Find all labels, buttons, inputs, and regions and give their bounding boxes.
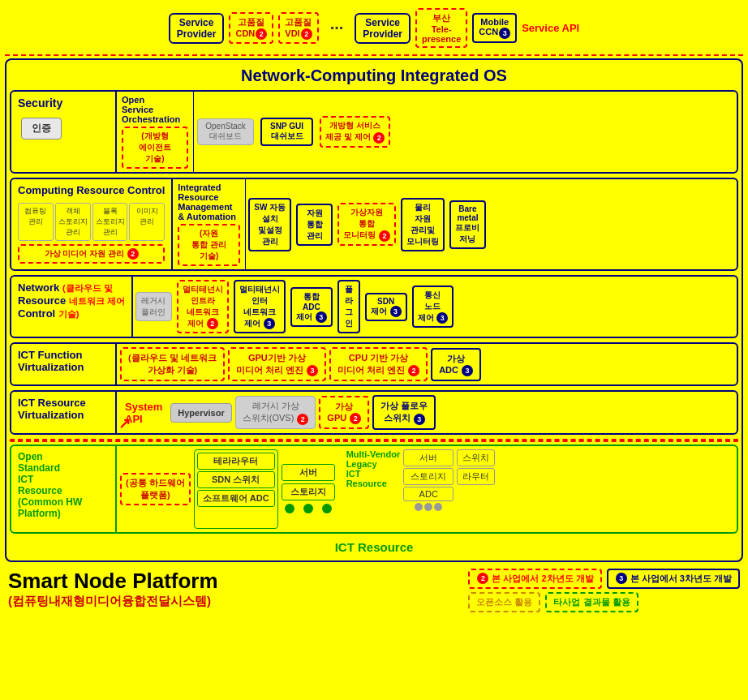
platform-titles: Smart Node Platform (컴퓨팅내재형미디어융합전달시스템) [8, 569, 218, 609]
red-dashed-border [10, 439, 738, 442]
resource-mgmt-tech: (자원통합 관리기술) [178, 224, 240, 266]
circle-2-vgpu: 2 [350, 413, 361, 424]
circle-2-security: 2 [373, 132, 385, 144]
top-row: Service Provider 고품질 CDN2 고품질 VDI2 ··· S… [5, 5, 743, 51]
mv-server: 서버 [403, 449, 454, 466]
legacy-plugin: 레거시플러인 [135, 292, 172, 321]
bare-metal-area: Baremetal프로비저닝 [447, 179, 488, 269]
legend-year2: 2 본 사업에서 2차년도 개발 [468, 569, 601, 589]
sdn-control: SDN제어 3 [365, 293, 407, 321]
service-provider-1: Service Provider [169, 13, 225, 44]
circle-3-telecom: 3 [436, 312, 448, 324]
block-storage-mgmt: 블록스토리지관리 [92, 203, 128, 241]
open-standard-section: OpenStandardICTResource(Common HWPlatfor… [10, 444, 738, 534]
common-hw-area: (공통 하드웨어플랫폼) [120, 449, 191, 529]
open-service-provision: 개방형 서비스제공 및 제어 2 [320, 116, 390, 147]
open-standard-label: OpenStandardICTResource(Common HWPlatfor… [11, 446, 117, 532]
multi-infra: 멀티테넌시인트라네트워크제어 2 [177, 280, 229, 333]
telecom-node: 통신노드제어 3 [412, 286, 454, 328]
terarouter: 테라라우터 [197, 453, 275, 470]
multi-vendor-label: Multi-VendorLegacyICTResource [346, 449, 401, 488]
openstack-area: OpenStack대쉬보드 [194, 92, 257, 172]
hw-grid: 테라라우터 SDN 스위치 소프트웨어 ADC [194, 449, 278, 529]
green-circle-2 [303, 504, 313, 513]
green-circle-1 [285, 504, 294, 513]
circle-2-cpu: 2 [408, 365, 419, 376]
circle-num-ccn: 3 [499, 28, 510, 39]
snp-area: SNP GUI대쉬보드 [257, 92, 316, 172]
bare-metal: Baremetal프로비저닝 [449, 200, 486, 249]
circle-3-gpu: 3 [307, 365, 318, 376]
crc-label: Computing Resource Control [18, 184, 165, 196]
red-dashed-divider [5, 54, 743, 56]
multi-vendor-area: Multi-VendorLegacyICTResource [346, 449, 401, 529]
mv-storage: 스토리지 [403, 468, 454, 485]
security-label-area: Security 인증 [11, 92, 117, 172]
ict-func-virt-label: ICT FunctionVirtualization [11, 344, 117, 384]
openstack-box: OpenStack대쉬보드 [197, 118, 254, 145]
crc-icons-grid: 컴퓨팅관리 객체스토리지관리 블록스토리지관리 이미지관리 [18, 203, 165, 241]
routing-area: 플라그인 [335, 277, 363, 337]
main-nc-os: Network-Computing Integrated OS Security… [5, 58, 743, 562]
mv-items-2: 스위치 라우터 [457, 449, 495, 529]
storage-box: 스토리지 [282, 483, 335, 500]
nrc-label-area: Network (클라우드 및Resource 네트워크 제어Control 기… [11, 277, 133, 337]
common-hw-label: (공통 하드웨어플랫폼) [120, 473, 191, 505]
legend-row-1: 2 본 사업에서 2차년도 개발 3 본 사업에서 3차년도 개발 [468, 569, 740, 589]
circle-3-vadc: 3 [462, 365, 473, 376]
virtual-resource-monitoring-area: 가상자원통합모니터링 2 [335, 179, 398, 269]
circle-3-sdn: 3 [390, 306, 402, 317]
sw-auto-install: SW 자동설치및설정관리 [248, 198, 291, 251]
oso-label: OpenServiceOrchestration [122, 95, 188, 124]
system-api-label: SystemAPI↗ [120, 397, 167, 428]
physical-resource-monitoring: 물리자원관리및모니터링 [401, 198, 445, 251]
circle-3-adc: 3 [316, 311, 327, 323]
cpu-media-engine: CPU 기반 가상미디어 처리 엔진 2 [329, 347, 428, 381]
open-standard-content: (공통 하드웨어플랫폼) 테라라우터 SDN 스위치 소프트웨어 ADC 서버 … [117, 446, 737, 532]
platform-section: Smart Node Platform (컴퓨팅내재형미디어융합전달시스템) 2… [5, 564, 743, 612]
ict-res-virt-content: SystemAPI↗ Hypervisor 레거시 가상스위치(OVS) 2 가… [117, 392, 737, 432]
server-box: 서버 [282, 464, 335, 481]
ict-func-virt-content: (클라우드 및 네트워크가상화 기술) GPU기반 가상미디어 처리 엔진 3 … [117, 344, 737, 384]
ict-function-virt-section: ICT FunctionVirtualization (클라우드 및 네트워크가… [10, 342, 738, 386]
legend-other-project: 타사업 결과물 활용 [545, 592, 638, 612]
nrc-section: Network (클라우드 및Resource 네트워크 제어Control 기… [10, 275, 738, 338]
mv-adc: ADC [403, 487, 454, 501]
circle-num-vdi: 2 [301, 28, 312, 40]
circle-3-vfs: 3 [414, 414, 425, 425]
server-storage-area: 서버 스토리지 [282, 449, 335, 529]
resource-integration-area: 자원통합관리 [294, 179, 335, 269]
cloud-virt-tech: (클라우드 및 네트워크가상화 기술) [120, 347, 225, 381]
mv-router: 라우터 [457, 468, 495, 485]
object-storage-mgmt: 객체스토리지관리 [55, 203, 91, 241]
gray-circle-2 [424, 503, 432, 511]
dots-separator: ··· [324, 19, 350, 37]
oso-area: OpenServiceOrchestration (개방형에이전트기술) [117, 92, 194, 172]
resource-integration: 자원통합관리 [296, 204, 333, 246]
legend-circle-2: 2 [477, 573, 488, 584]
auth-box: 인증 [21, 118, 62, 140]
service-api-label: Service API [522, 22, 579, 34]
virtual-resource-monitoring: 가상자원통합모니터링 2 [337, 203, 396, 245]
circle-2-crc: 2 [127, 248, 139, 260]
security-section: Security 인증 OpenServiceOrchestration (개방… [10, 90, 738, 174]
high-quality-cdn: 고품질 CDN2 [229, 12, 273, 44]
mv-circles [403, 503, 454, 511]
sw-adc: 소프트웨어 ADC [197, 490, 275, 507]
integrated-adc-area: 통합ADC제어 3 [288, 277, 335, 337]
image-mgmt: 이미지관리 [129, 203, 165, 241]
legacy-plugin-area: 레거시플러인 [133, 277, 174, 337]
ict-resource-virt-section: ICT ResourceVirtualization SystemAPI↗ Hy… [10, 390, 738, 434]
platform-title: Smart Node Platform [8, 569, 218, 594]
security-label: Security [18, 97, 109, 110]
platform-row: Smart Node Platform (컴퓨팅내재형미디어융합전달시스템) 2… [8, 569, 740, 612]
ict-res-virt-label: ICT ResourceVirtualization [11, 392, 117, 432]
high-quality-vdi: 고품질 VDI2 [278, 12, 318, 44]
virtual-adc-box: 가상ADC 3 [431, 348, 481, 381]
sdn-switch: SDN 스위치 [197, 471, 275, 488]
circle-2-vrm: 2 [379, 230, 390, 242]
mobile-ccn: Mobile CCN3 [472, 13, 517, 42]
gray-circle-1 [415, 503, 423, 511]
ict-resource-title: ICT Resource [10, 538, 738, 557]
legend-row-2: 오픈소스 활용 타사업 결과물 활용 [468, 592, 740, 612]
